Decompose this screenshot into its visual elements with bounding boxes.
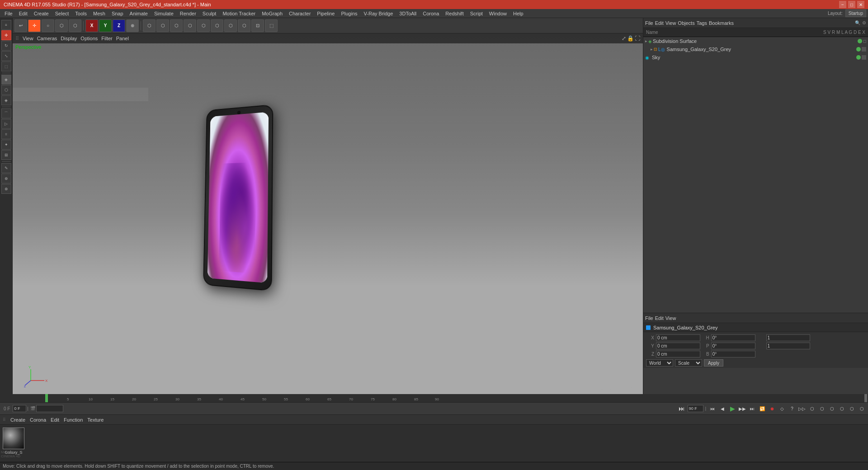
tb-x-axis[interactable]: X (85, 19, 98, 32)
apply-button[interactable]: Apply (704, 359, 723, 367)
mat-menu-function[interactable]: Function (64, 417, 83, 423)
tb-param9[interactable]: ⊡ (251, 19, 264, 32)
vp-menu-cameras[interactable]: Cameras (37, 36, 57, 41)
menu-select[interactable]: Select (52, 10, 72, 17)
tool-texture[interactable]: ⬡ (1, 85, 11, 95)
coord-b-input[interactable] (711, 351, 755, 357)
tool-model[interactable]: ◈ (1, 75, 11, 85)
menu-pipeline[interactable]: Pipeline (314, 10, 337, 17)
tb-y-axis[interactable]: Y (99, 19, 112, 32)
btn-anim-7[interactable]: ⬡ (857, 404, 866, 413)
coord-y-input[interactable] (656, 343, 700, 349)
menu-tools[interactable]: Tools (72, 10, 90, 17)
coord-xs-input[interactable] (766, 334, 811, 341)
vp-menu-filter[interactable]: Filter (101, 36, 112, 41)
menu-redshift[interactable]: Redshift (443, 10, 466, 17)
material-swatch[interactable] (3, 428, 24, 449)
tb-param10[interactable]: ⬚ (265, 19, 278, 32)
menu-sculpt[interactable]: Sculpt (200, 10, 219, 17)
coord-world-select[interactable]: World Local (646, 359, 673, 367)
tb-param7[interactable]: ⬡ (224, 19, 237, 32)
btn-anim-2[interactable]: ⬡ (807, 404, 816, 413)
obj-sky[interactable]: ◉ Sky (643, 53, 868, 61)
menu-file[interactable]: File (2, 10, 15, 17)
btn-play-back[interactable]: ◀ (718, 404, 727, 413)
menu-simulate[interactable]: Simulate (151, 10, 176, 17)
coord-x-input[interactable] (656, 334, 700, 341)
minimize-button[interactable]: − (839, 1, 846, 8)
btn-play-fwd[interactable]: ▶▶ (738, 404, 747, 413)
tb-param8[interactable]: ⬡ (238, 19, 250, 32)
tb-param1[interactable]: ⬡ (143, 19, 156, 32)
vis-dot-2[interactable] (856, 47, 861, 52)
tool-brush[interactable]: ⊕ (1, 174, 11, 183)
attr-menu-view[interactable]: View (665, 315, 676, 321)
tb-render-region[interactable]: ⬡ (69, 19, 81, 32)
tool-mode[interactable]: ≡ (1, 20, 11, 30)
btn-play[interactable]: ▶ (728, 404, 737, 413)
attr-menu-file[interactable]: File (645, 315, 653, 321)
obj-menu-bookmarks[interactable]: Bookmarks (709, 20, 734, 26)
tool-magnet[interactable]: ✦ (1, 140, 11, 150)
vp-menu-display[interactable]: Display (61, 36, 77, 41)
tb-param6[interactable]: ⬡ (211, 19, 223, 32)
menu-3dtoall[interactable]: 3DToAll (396, 10, 419, 17)
btn-goto-start[interactable]: ⏮ (708, 404, 717, 413)
btn-goto-end[interactable]: ⏭ (748, 404, 757, 413)
tb-render-to-po[interactable]: ⬡ (55, 19, 68, 32)
btn-anim-6[interactable]: ⬡ (847, 404, 856, 413)
tool-vertex[interactable]: ◈ (1, 95, 11, 105)
tool-pen[interactable]: ✎ (1, 163, 11, 173)
menu-vray[interactable]: V-Ray Bridge (361, 10, 396, 17)
menu-mesh[interactable]: Mesh (90, 10, 108, 17)
coord-h-input[interactable] (711, 334, 755, 341)
tool-scale[interactable]: ⤡ (1, 51, 11, 61)
vp-menu-options[interactable]: Options (80, 36, 98, 41)
btn-keyframe[interactable]: ◇ (778, 404, 787, 413)
viewport-3d[interactable]: ⠿ View Cameras Display Options Filter Pa… (13, 33, 643, 394)
mat-menu-corona[interactable]: Corona (30, 417, 46, 423)
btn-anim-3[interactable]: ⬡ (817, 404, 826, 413)
tb-z-axis[interactable]: Z (113, 19, 125, 32)
tool-paint[interactable]: ⊗ (1, 184, 11, 194)
obj-menu-edit[interactable]: Edit (655, 20, 664, 26)
obj-menu-file[interactable]: File (645, 20, 653, 26)
tool-select-rect[interactable]: ⬚ (1, 61, 11, 71)
tool-spline[interactable]: ⌒ (1, 108, 11, 118)
tool-knife[interactable]: ⌗ (1, 129, 11, 139)
close-button[interactable]: ✕ (857, 1, 864, 8)
frame-start-input[interactable] (13, 405, 26, 412)
obj-subdivision-surface[interactable]: ▸ ◈ Subdivision Surface ◻ (643, 37, 868, 45)
vis-dot-2b[interactable] (862, 47, 866, 52)
menu-window[interactable]: Window (486, 10, 509, 17)
obj-menu-objects[interactable]: Objects (678, 20, 694, 26)
btn-record[interactable]: ⏺ (768, 404, 777, 413)
menu-edit[interactable]: Edit (16, 10, 30, 17)
obj-menu-view[interactable]: View (665, 20, 676, 26)
btn-help[interactable]: ? (788, 404, 797, 413)
mat-menu-edit[interactable]: Edit (51, 417, 59, 423)
transport-end[interactable]: ⏭ (679, 405, 685, 412)
menu-corona[interactable]: Corona (420, 10, 442, 17)
menu-character[interactable]: Character (286, 10, 313, 17)
tb-param5[interactable]: ⬡ (197, 19, 210, 32)
frame-name-input[interactable] (36, 405, 63, 412)
menu-create[interactable]: Create (31, 10, 52, 17)
tb-world[interactable]: ⊕ (126, 19, 139, 32)
btn-anim-1[interactable]: ▷▷ (797, 404, 807, 413)
attr-menu-edit[interactable]: Edit (655, 315, 664, 321)
coord-ys-input[interactable] (766, 343, 811, 349)
coord-scale-select[interactable]: Scale (675, 359, 702, 367)
tb-undo[interactable]: ↩ (14, 19, 27, 32)
tb-param4[interactable]: ⬡ (184, 19, 196, 32)
vis-dot-1[interactable] (858, 39, 862, 43)
vp-menu-panel[interactable]: Panel (116, 36, 129, 41)
btn-anim-4[interactable]: ⬡ (827, 404, 836, 413)
tb-render[interactable]: ○ (42, 19, 54, 32)
menu-plugins[interactable]: Plugins (338, 10, 360, 17)
tb-param2[interactable]: ⬡ (156, 19, 169, 32)
obj-samsung-galaxy[interactable]: ▸ ⊡ L◎ Samsung_Galaxy_S20_Grey (649, 45, 868, 53)
coord-p-input[interactable] (711, 343, 755, 349)
menu-help[interactable]: Help (510, 10, 526, 17)
mat-menu-texture[interactable]: Texture (87, 417, 104, 423)
